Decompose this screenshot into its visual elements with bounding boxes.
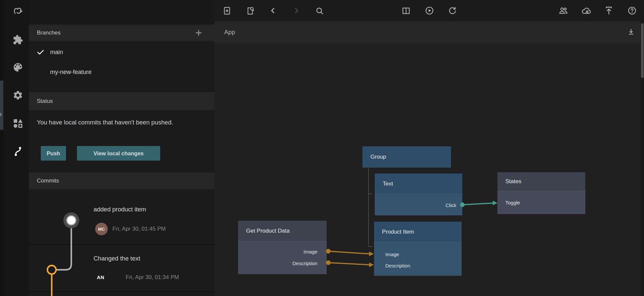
search-button[interactable] bbox=[314, 6, 324, 16]
branch-item-main[interactable]: main bbox=[29, 44, 215, 60]
sidebar-item-version-control[interactable] bbox=[11, 145, 25, 158]
branches-title: Branches bbox=[37, 30, 61, 36]
back-button[interactable] bbox=[268, 6, 278, 16]
input-port-toggle[interactable]: Toggle bbox=[505, 200, 520, 205]
help-icon bbox=[627, 6, 637, 15]
branches-section-header: Branches bbox=[29, 25, 215, 41]
search-icon bbox=[315, 6, 324, 15]
commit-message: Changed the text bbox=[94, 255, 140, 262]
status-section-header: Status bbox=[29, 92, 215, 110]
branch-item-my-new-feature[interactable]: my-new-feature bbox=[29, 64, 215, 80]
sidebar-item-home[interactable] bbox=[11, 4, 25, 18]
output-port-description[interactable]: Description bbox=[292, 261, 317, 266]
cloud-services-button[interactable] bbox=[581, 6, 591, 16]
view-local-changes-button[interactable]: View local changes bbox=[77, 146, 160, 161]
clipped-text-fragment: o bbox=[0, 111, 1, 117]
plus-icon bbox=[195, 29, 203, 37]
deploy-button[interactable] bbox=[604, 6, 614, 16]
chevron-left-icon bbox=[269, 6, 277, 15]
refresh-icon bbox=[448, 6, 457, 15]
scrollbar-thumb[interactable] bbox=[641, 23, 644, 78]
node-title: Product Item bbox=[382, 229, 414, 235]
refresh-button[interactable] bbox=[447, 6, 457, 16]
sidebar-item-styles[interactable] bbox=[11, 61, 25, 74]
collaborators-button[interactable] bbox=[558, 6, 568, 16]
import-search-icon bbox=[246, 6, 255, 15]
node-title: Get Product Data bbox=[246, 228, 290, 234]
node-get-product-data[interactable]: Get Product Data Image Description bbox=[238, 221, 327, 274]
help-button[interactable] bbox=[627, 6, 637, 16]
commit-graph bbox=[29, 189, 215, 296]
commit-node-branch[interactable] bbox=[47, 265, 56, 274]
import-button[interactable] bbox=[245, 6, 255, 16]
breadcrumb[interactable]: App bbox=[224, 29, 235, 36]
download-icon bbox=[627, 28, 635, 37]
styles-icon bbox=[12, 62, 24, 73]
status-message: You have local commits that haven't been… bbox=[37, 117, 195, 128]
node-canvas[interactable]: App Group Text Click States Toggle bbox=[215, 0, 644, 296]
cloud-icon bbox=[581, 6, 591, 16]
users-icon bbox=[558, 6, 568, 16]
split-editor-button[interactable] bbox=[401, 6, 411, 16]
components-icon bbox=[13, 118, 23, 129]
add-node-button[interactable] bbox=[222, 6, 232, 16]
add-node-icon bbox=[223, 6, 231, 15]
clipped-panel-sliver: t o bbox=[0, 81, 3, 130]
split-columns-icon bbox=[402, 6, 411, 15]
connection-dot-image[interactable] bbox=[326, 249, 331, 254]
node-product-item[interactable]: Product Item Image Description bbox=[374, 222, 462, 276]
node-title: Text bbox=[383, 181, 393, 187]
commit-message: added product item bbox=[94, 206, 146, 213]
input-port-description[interactable]: Description bbox=[385, 263, 410, 268]
forward-button[interactable] bbox=[291, 6, 301, 16]
play-circle-icon bbox=[425, 6, 434, 15]
chevron-right-icon bbox=[292, 6, 301, 15]
commits-section-header: Commits bbox=[29, 173, 215, 189]
branch-name: my-new-feature bbox=[50, 69, 92, 76]
node-states[interactable]: States Toggle bbox=[497, 172, 585, 214]
commit-timestamp: Fri, Apr 30, 01:34 PM bbox=[126, 274, 179, 281]
screen-edge-strip: t o bbox=[0, 0, 3, 296]
version-control-panel: Branches main my-new-feature Status You … bbox=[29, 0, 215, 296]
noodl-logo-icon bbox=[12, 5, 24, 17]
output-port-image[interactable]: Image bbox=[303, 249, 317, 254]
canvas-toolbar bbox=[215, 0, 644, 21]
connection-dot-description[interactable] bbox=[326, 260, 331, 265]
plugins-icon bbox=[13, 35, 23, 45]
activity-bar bbox=[3, 0, 29, 296]
commits-title: Commits bbox=[37, 178, 59, 184]
panel-top-strip bbox=[29, 0, 215, 25]
push-button[interactable]: Push bbox=[41, 146, 66, 161]
status-title: Status bbox=[37, 98, 53, 105]
node-group[interactable]: Group bbox=[362, 146, 451, 168]
version-control-icon bbox=[12, 146, 24, 157]
commit-timestamp: Fri, Apr 30, 01:45 PM bbox=[112, 226, 166, 232]
avatar-initials: AN bbox=[97, 274, 104, 280]
node-text[interactable]: Text Click bbox=[375, 174, 462, 215]
branch-name: main bbox=[50, 49, 63, 56]
output-port-click[interactable]: Click bbox=[446, 203, 457, 208]
component-header-bar: App bbox=[215, 21, 641, 43]
sidebar-item-plugins[interactable] bbox=[11, 33, 25, 46]
download-button[interactable] bbox=[626, 27, 636, 37]
check-icon bbox=[36, 48, 45, 56]
divider bbox=[29, 291, 215, 292]
add-branch-button[interactable] bbox=[195, 29, 203, 37]
upload-icon bbox=[604, 6, 613, 15]
node-title: States bbox=[505, 178, 521, 185]
sidebar-item-settings[interactable] bbox=[11, 89, 25, 102]
avatar: MC bbox=[95, 223, 108, 235]
commit-node-head[interactable] bbox=[63, 212, 79, 228]
canvas-scrollbar[interactable] bbox=[641, 21, 644, 296]
divider bbox=[29, 244, 215, 245]
sidebar-item-components[interactable] bbox=[11, 117, 25, 130]
node-title: Group bbox=[370, 154, 386, 160]
settings-icon bbox=[13, 90, 23, 101]
input-port-image[interactable]: Image bbox=[385, 252, 399, 257]
preview-play-button[interactable] bbox=[424, 6, 434, 16]
